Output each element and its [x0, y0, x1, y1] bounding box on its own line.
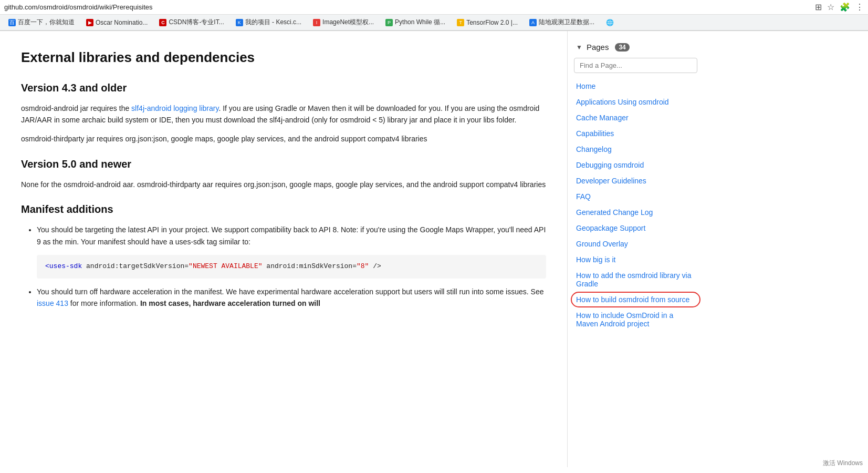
sidebar-link-applications[interactable]: Applications Using osmdroid: [568, 94, 704, 110]
sidebar-header: ▼ Pages 34: [568, 39, 704, 58]
sidebar-link-debugging[interactable]: Debugging osmdroid: [568, 157, 704, 173]
bookmark-kesci-label: 我的项目 - Kesci.c...: [245, 18, 301, 27]
main-content: External libraries and dependencies Vers…: [0, 31, 567, 467]
sidebar-link-add-gradle[interactable]: How to add the osmdroid library via Grad…: [568, 268, 704, 292]
bookmark-kesci-icon: K: [236, 19, 243, 26]
chevron-down-icon: ▼: [576, 44, 582, 51]
sidebar-item-debugging: Debugging osmdroid: [568, 157, 704, 173]
sidebar-pages-label: Pages: [587, 43, 609, 52]
bookmark-tensorflow-icon: T: [457, 19, 464, 26]
translate-icon[interactable]: ⊞: [815, 2, 822, 12]
browser-icons: ⊞ ☆ 🧩 ⋮: [815, 2, 864, 12]
bookmark-csdn-label: CSDN博客-专业IT...: [169, 18, 224, 27]
code-block-sdk: <uses-sdk android:targetSdkVersion="NEWE…: [37, 255, 546, 279]
sidebar-item-applications: Applications Using osmdroid: [568, 94, 704, 110]
bookmark-baidu-icon: 百: [8, 19, 16, 26]
sidebar-link-geopackage[interactable]: Geopackage Support: [568, 220, 704, 236]
sidebar-link-maven[interactable]: How to include OsmDroid in a Maven Andro…: [568, 307, 704, 332]
sidebar-search: [574, 58, 697, 73]
sidebar-item-add-gradle: How to add the osmdroid library via Grad…: [568, 268, 704, 292]
sidebar-item-ground-overlay: Ground Overlay: [568, 236, 704, 252]
bookmark-python[interactable]: P Python While 循...: [381, 17, 449, 28]
search-input[interactable]: [574, 58, 697, 73]
manifest-item-1: You should be targeting the latest API i…: [37, 224, 546, 279]
bookmark-oscar-label: Oscar Nominatio...: [96, 19, 148, 26]
extension-icon[interactable]: 🧩: [840, 2, 850, 12]
bookmark-globe[interactable]: 🌐: [602, 18, 618, 27]
address-bar: github.com/osmdroid/osmdroid/wiki/Prereq…: [0, 0, 868, 15]
sidebar-link-faq[interactable]: FAQ: [568, 189, 704, 204]
bookmark-imagenet-label: ImageNet模型权...: [322, 18, 374, 27]
sidebar: ▼ Pages 34 Home Applications Using osmdr…: [567, 31, 704, 467]
globe-icon: 🌐: [606, 19, 614, 26]
sidebar-item-capabilities: Capabilities: [568, 126, 704, 141]
bookmark-python-label: Python While 循...: [395, 18, 445, 27]
windows-watermark: 激活 Windows: [823, 459, 863, 467]
sidebar-item-generated-change-log: Generated Change Log: [568, 204, 704, 220]
bookmark-csdn-icon: C: [159, 19, 166, 26]
sidebar-item-maven: How to include OsmDroid in a Maven Andro…: [568, 307, 704, 332]
bookmark-kesci[interactable]: K 我的项目 - Kesci.c...: [232, 17, 306, 28]
manifest-item-2: You should turn off hardware acceleratio…: [37, 286, 546, 310]
url-display[interactable]: github.com/osmdroid/osmdroid/wiki/Prereq…: [4, 3, 810, 11]
sidebar-link-changelog[interactable]: Changelog: [568, 141, 704, 157]
bookmark-tensorflow-label: TensorFlow 2.0 |...: [466, 19, 518, 26]
bookmark-oscar-icon: ▶: [86, 19, 93, 26]
bookmarks-bar: 百 百度一下，你就知道 ▶ Oscar Nominatio... C CSDN博…: [0, 15, 868, 30]
section-heading-v43: Version 4.3 and older: [21, 79, 546, 96]
sidebar-item-how-big: How big is it: [568, 252, 704, 268]
bookmark-csdn[interactable]: C CSDN博客-专业IT...: [155, 17, 228, 28]
sidebar-link-how-big[interactable]: How big is it: [568, 252, 704, 268]
sidebar-item-developer-guidelines: Developer Guidelines: [568, 173, 704, 189]
sidebar-link-capabilities[interactable]: Capabilities: [568, 126, 704, 141]
bookmark-tensorflow[interactable]: T TensorFlow 2.0 |...: [453, 18, 522, 27]
v43-paragraph: osmdroid-android jar requires the slf4j-…: [21, 102, 546, 126]
sidebar-link-cache-manager[interactable]: Cache Manager: [568, 110, 704, 126]
more-icon[interactable]: ⋮: [855, 2, 864, 12]
sidebar-link-generated-change-log[interactable]: Generated Change Log: [568, 204, 704, 220]
section-heading-v50: Version 5.0 and newer: [21, 156, 546, 172]
sidebar-nav: Home Applications Using osmdroid Cache M…: [568, 78, 704, 332]
bookmark-satellite-label: 陆地观测卫星数据...: [539, 18, 594, 27]
sidebar-item-home: Home: [568, 78, 704, 94]
thirdparty-paragraph: osmdroid-thirdparty jar requires org.jso…: [21, 133, 546, 145]
sidebar-item-cache-manager: Cache Manager: [568, 110, 704, 126]
page-title: External libraries and dependencies: [21, 47, 546, 69]
issue413-link[interactable]: issue 413: [37, 299, 68, 307]
sidebar-item-faq: FAQ: [568, 189, 704, 204]
bookmark-imagenet[interactable]: I ImageNet模型权...: [309, 17, 378, 28]
bookmark-python-icon: P: [385, 19, 393, 26]
bookmark-imagenet-icon: I: [313, 19, 320, 26]
sidebar-link-home[interactable]: Home: [568, 78, 704, 94]
bookmark-satellite[interactable]: A 陆地观测卫星数据...: [525, 17, 599, 28]
sidebar-link-ground-overlay[interactable]: Ground Overlay: [568, 236, 704, 252]
page-container: External libraries and dependencies Vers…: [0, 31, 868, 467]
bookmark-baidu-label: 百度一下，你就知道: [18, 18, 75, 27]
bookmark-baidu[interactable]: 百 百度一下，你就知道: [4, 17, 79, 28]
bookmark-oscar[interactable]: ▶ Oscar Nominatio...: [82, 18, 152, 27]
section-heading-manifest: Manifest additions: [21, 201, 546, 218]
sidebar-item-changelog: Changelog: [568, 141, 704, 157]
v50-paragraph: None for the osmdroid-android aar. osmdr…: [21, 179, 546, 190]
sidebar-link-build-source[interactable]: How to build osmdroid from source: [568, 292, 704, 307]
sidebar-link-developer-guidelines[interactable]: Developer Guidelines: [568, 173, 704, 189]
pages-count-badge: 34: [615, 43, 629, 52]
bookmark-icon[interactable]: ☆: [827, 2, 834, 12]
sidebar-item-geopackage: Geopackage Support: [568, 220, 704, 236]
slf4j-link[interactable]: slf4j-android logging library: [131, 104, 218, 112]
browser-chrome: github.com/osmdroid/osmdroid/wiki/Prereq…: [0, 0, 868, 31]
bookmark-satellite-icon: A: [529, 19, 537, 26]
manifest-list: You should be targeting the latest API i…: [37, 224, 546, 309]
sidebar-item-build-source: How to build osmdroid from source: [568, 292, 704, 307]
